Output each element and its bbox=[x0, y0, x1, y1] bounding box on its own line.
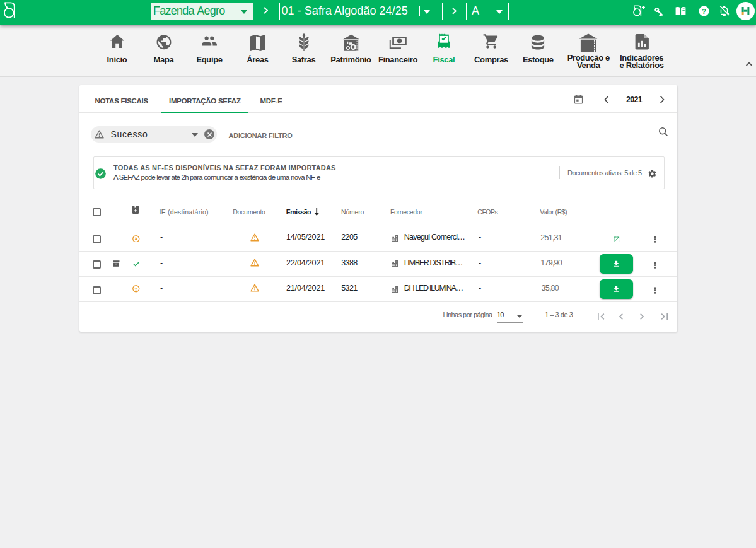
svg-text:?: ? bbox=[134, 286, 137, 292]
svg-text:?: ? bbox=[702, 8, 706, 15]
